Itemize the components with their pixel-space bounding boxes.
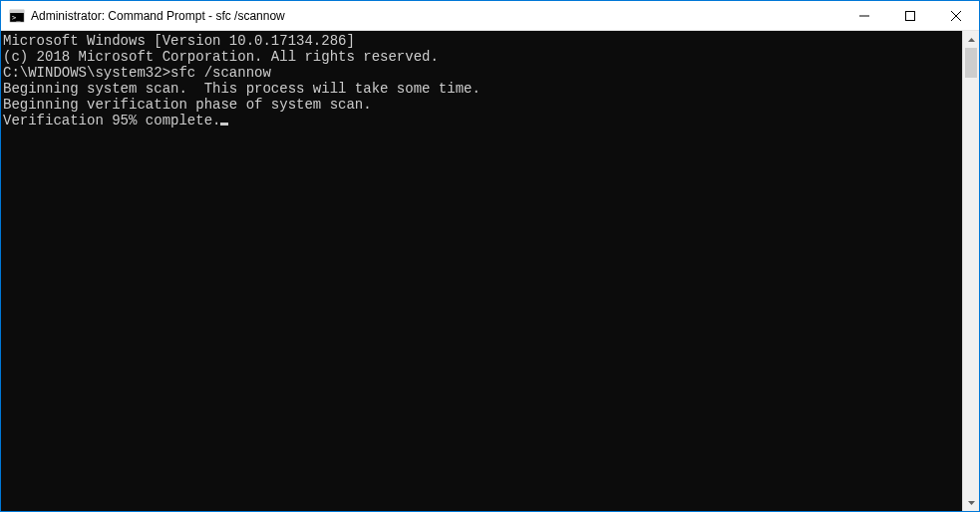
titlebar[interactable]: >_ Administrator: Command Prompt - sfc /… [1,1,979,31]
output-line: Verification 95% complete. [3,113,962,128]
svg-rect-1 [10,10,24,13]
command-text: sfc /scannow [170,65,271,81]
output-line: (c) 2018 Microsoft Corporation. All righ… [3,49,962,65]
progress-text: Verification 95% complete. [3,113,220,128]
output-line: Beginning verification phase of system s… [3,97,962,113]
minimize-icon [859,11,869,21]
vertical-scrollbar[interactable] [962,31,979,511]
command-prompt-window: >_ Administrator: Command Prompt - sfc /… [1,1,979,511]
prompt-prefix: C:\WINDOWS\system32> [3,65,170,81]
output-line: Microsoft Windows [Version 10.0.17134.28… [3,33,962,49]
app-icon: >_ [9,8,25,24]
console-area: Microsoft Windows [Version 10.0.17134.28… [1,31,979,511]
minimize-button[interactable] [841,1,887,30]
scroll-up-button[interactable] [963,31,979,48]
chevron-down-icon [968,501,975,505]
scroll-down-button[interactable] [963,494,979,511]
maximize-icon [905,11,915,21]
window-controls [841,1,979,30]
scroll-track[interactable] [963,48,979,494]
close-button[interactable] [933,1,979,30]
console-output[interactable]: Microsoft Windows [Version 10.0.17134.28… [1,31,962,511]
chevron-up-icon [968,38,975,42]
maximize-button[interactable] [887,1,933,30]
cursor [220,123,228,126]
scroll-thumb[interactable] [965,48,977,78]
close-icon [951,11,961,21]
svg-rect-4 [906,11,915,20]
prompt-line: C:\WINDOWS\system32>sfc /scannow [3,65,962,81]
window-title: Administrator: Command Prompt - sfc /sca… [31,9,841,23]
svg-text:>_: >_ [12,14,21,22]
output-line: Beginning system scan. This process will… [3,81,962,97]
